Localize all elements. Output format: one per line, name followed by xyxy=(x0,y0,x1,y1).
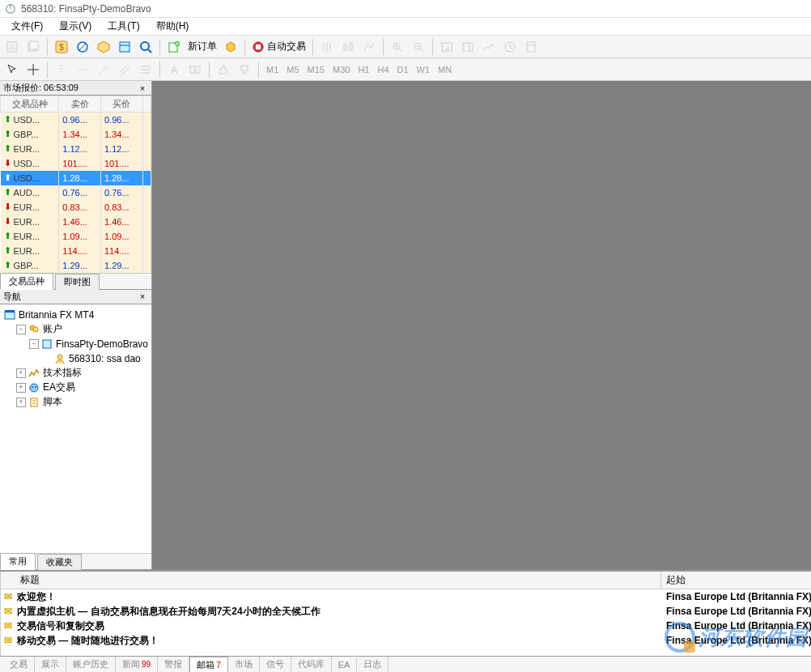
arrow-up-icon: ⬆ xyxy=(4,187,11,198)
tab-alerts[interactable]: 警报 xyxy=(158,657,189,672)
tab-symbols[interactable]: 交易品种 xyxy=(0,273,53,290)
market-row[interactable]: ⬇EUR...1.46...1.46... xyxy=(1,215,151,229)
col-ask[interactable]: 买价 xyxy=(100,96,142,113)
tree-account-login[interactable]: 568310: ssa dao xyxy=(2,351,150,366)
tf-m30[interactable]: M30 xyxy=(329,63,354,76)
crosshair-button[interactable] xyxy=(23,60,43,79)
text-button[interactable]: A xyxy=(164,60,184,79)
tree-scripts[interactable]: + 脚本 xyxy=(2,395,150,410)
tf-h4[interactable]: H4 xyxy=(373,63,393,76)
autoscroll-button[interactable] xyxy=(437,37,456,57)
autotrade-button[interactable]: 自动交易 xyxy=(248,40,309,53)
terminal-button[interactable] xyxy=(94,37,113,57)
market-watch-button[interactable]: $ xyxy=(52,37,71,57)
tf-m15[interactable]: M15 xyxy=(304,63,329,76)
market-row[interactable]: ⬇USD...101....101.... xyxy=(1,156,151,171)
tab-history[interactable]: 账户历史 xyxy=(66,657,116,672)
new-order-button[interactable]: 新订单 xyxy=(185,40,220,53)
tab-mailbox[interactable]: 邮箱7 xyxy=(189,657,228,673)
tree-server[interactable]: − FinsaPty-DemoBravo xyxy=(2,337,150,351)
menu-help[interactable]: 帮助(H) xyxy=(148,18,197,35)
expand-icon[interactable]: + xyxy=(16,368,26,378)
tree-indicators[interactable]: + 技术指标 xyxy=(2,366,150,381)
tab-common[interactable]: 常用 xyxy=(0,553,36,570)
mail-row[interactable]: ✉移动交易 — 随时随地进行交易！Finsa Europe Ltd (Brita… xyxy=(1,633,811,648)
navigator-button[interactable] xyxy=(73,37,92,57)
market-row[interactable]: ⬇EUR...0.83...0.83... xyxy=(1,200,151,215)
trendline-button[interactable] xyxy=(94,60,113,79)
tab-journal[interactable]: 日志 xyxy=(357,657,389,672)
tab-exposure[interactable]: 展示 xyxy=(35,657,66,672)
bar-chart-button[interactable] xyxy=(317,37,337,57)
templates-button[interactable] xyxy=(521,37,541,57)
menu-file[interactable]: 文件(F) xyxy=(3,18,51,35)
tab-codebase[interactable]: 代码库 xyxy=(291,657,332,672)
col-bid[interactable]: 卖价 xyxy=(59,96,101,113)
market-row[interactable]: ⬆GBP...1.29...1.29... xyxy=(1,258,151,273)
market-row[interactable]: ⬆GBP...1.34...1.34... xyxy=(1,127,151,142)
tf-d1[interactable]: D1 xyxy=(393,63,413,76)
tf-mn[interactable]: MN xyxy=(434,63,456,76)
market-row[interactable]: ⬆EUR...1.12...1.12... xyxy=(1,142,151,156)
tab-market[interactable]: 市场 xyxy=(228,657,260,672)
expand-icon[interactable]: + xyxy=(16,383,26,393)
tab-trade[interactable]: 交易 xyxy=(3,657,35,672)
mail-row[interactable]: ✉内置虚拟主机 — 自动交易和信息现在开始每周7天24小时的全天候工作Finsa… xyxy=(1,604,811,619)
collapse-icon[interactable]: − xyxy=(29,339,39,349)
arrow-down-icon: ⬇ xyxy=(4,202,11,212)
close-icon[interactable]: × xyxy=(137,291,148,302)
tree-root[interactable]: Britannia FX MT4 xyxy=(2,308,150,322)
cursor-button[interactable] xyxy=(2,60,22,79)
zoom-in-button[interactable] xyxy=(388,37,407,57)
indicators-button[interactable] xyxy=(479,37,499,57)
menu-view[interactable]: 显示(V) xyxy=(51,18,100,35)
menu-tools[interactable]: 工具(T) xyxy=(100,18,147,35)
line-chart-button[interactable] xyxy=(359,37,379,57)
market-row[interactable]: ⬆EUR...1.09...1.09... xyxy=(1,229,151,244)
svg-rect-13 xyxy=(120,42,130,52)
mail-col-from[interactable]: 起始 xyxy=(661,572,811,589)
tree-accounts[interactable]: − 账户 xyxy=(2,322,150,337)
zoom-out-button[interactable] xyxy=(409,37,428,57)
expand-icon[interactable]: + xyxy=(16,398,26,407)
text-label-button[interactable]: A xyxy=(185,60,205,79)
new-chart-button[interactable] xyxy=(2,37,22,57)
close-icon[interactable]: × xyxy=(137,83,148,94)
tab-favorites[interactable]: 收藏夹 xyxy=(37,554,82,570)
tf-h1[interactable]: H1 xyxy=(354,63,373,76)
chart-shift-button[interactable] xyxy=(458,37,478,57)
market-row[interactable]: ⬆USD...1.28...1.28... xyxy=(1,171,151,185)
symbol-name: EUR... xyxy=(14,232,40,241)
tab-tick-chart[interactable]: 即时图 xyxy=(55,274,100,290)
fibo-button[interactable] xyxy=(136,60,155,79)
tree-ea[interactable]: + EA交易 xyxy=(2,381,150,395)
tf-m5[interactable]: M5 xyxy=(282,63,303,76)
new-order-icon[interactable] xyxy=(164,37,184,57)
thumbs-down-icon[interactable] xyxy=(235,60,254,79)
thumbs-up-icon[interactable] xyxy=(214,60,233,79)
candle-chart-button[interactable] xyxy=(338,37,358,57)
tab-ea[interactable]: EA xyxy=(332,658,358,671)
metaeditor-button[interactable] xyxy=(221,37,240,57)
tab-signals[interactable]: 信号 xyxy=(260,657,291,672)
mail-col-subject[interactable]: 标题 xyxy=(15,572,661,589)
data-window-button[interactable] xyxy=(115,37,134,57)
ask-price: 1.46... xyxy=(100,215,142,229)
mail-row[interactable]: ✉交易信号和复制交易Finsa Europe Ltd (Britannia FX… xyxy=(1,619,811,633)
market-row[interactable]: ⬆EUR...114....114.... xyxy=(1,244,151,258)
strategy-tester-button[interactable] xyxy=(136,37,155,57)
scripts-icon xyxy=(28,397,40,408)
tf-m1[interactable]: M1 xyxy=(262,63,282,76)
tf-w1[interactable]: W1 xyxy=(413,63,435,76)
hline-button[interactable] xyxy=(73,60,92,79)
periods-button[interactable] xyxy=(500,37,520,57)
col-symbol[interactable]: 交易品种 xyxy=(1,96,59,113)
profiles-button[interactable] xyxy=(23,37,43,57)
mail-row[interactable]: ✉欢迎您！Finsa Europe Ltd (Britannia FX) xyxy=(1,589,811,604)
market-row[interactable]: ⬆AUD...0.76...0.76... xyxy=(1,185,151,200)
tab-news[interactable]: 新闻99 xyxy=(116,657,158,672)
channel-button[interactable] xyxy=(115,60,134,79)
collapse-icon[interactable]: − xyxy=(16,325,26,334)
vline-button[interactable] xyxy=(52,60,71,79)
market-row[interactable]: ⬆USD...0.96...0.96... xyxy=(1,113,151,127)
